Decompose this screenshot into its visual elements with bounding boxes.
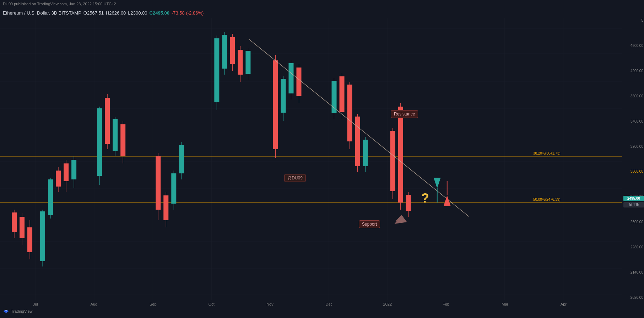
x-axis: Jul Aug Sep Oct Nov Dec 2022 Feb Mar Apr — [0, 300, 622, 318]
svg-rect-41 — [71, 160, 76, 179]
svg-rect-57 — [179, 145, 184, 173]
svg-rect-59 — [214, 38, 219, 102]
svg-rect-85 — [363, 140, 368, 166]
svg-rect-63 — [230, 37, 235, 64]
change-label: -73.58 (-2.86%) — [172, 10, 204, 16]
x-label-mar: Mar — [502, 302, 508, 306]
y-label: 3400.00 — [623, 119, 643, 123]
svg-text:?: ? — [421, 191, 429, 205]
x-label-jul: Jul — [33, 302, 38, 306]
svg-rect-87 — [390, 131, 395, 191]
svg-rect-91 — [406, 195, 411, 211]
time-badge: 1d 11h — [623, 202, 644, 207]
resistance-annotation: Resistance — [391, 110, 418, 118]
svg-rect-55 — [171, 173, 176, 204]
y-label: 4200.00 — [623, 69, 643, 73]
y-label: 2280.00 — [623, 245, 643, 249]
publisher-info: DU09 published on TradingView.com, Jan 2… — [3, 2, 116, 6]
author-annotation: @DU09 — [284, 174, 306, 182]
x-label-sep: Sep — [150, 302, 157, 306]
svg-rect-53 — [163, 195, 168, 220]
support-annotation: Support — [359, 220, 380, 228]
svg-rect-47 — [113, 119, 118, 151]
svg-rect-33 — [40, 211, 45, 261]
low-label: L2300.00 — [128, 10, 147, 16]
tradingview-icon — [3, 308, 9, 314]
close-label: C2495.00 — [150, 10, 169, 16]
svg-rect-43 — [97, 108, 102, 176]
x-label-feb: Feb — [443, 302, 449, 306]
svg-text:38.20%(3041.73): 38.20%(3041.73) — [533, 151, 561, 155]
chart-header: DU09 published on TradingView.com, Jan 2… — [0, 0, 644, 8]
svg-rect-51 — [156, 156, 161, 210]
y-label: 3800.00 — [623, 94, 643, 98]
price-bar: Ethereum / U.S. Dollar, 3D BITSTAMP O256… — [0, 8, 644, 18]
svg-text:50.00%(2476.39): 50.00%(2476.39) — [533, 198, 561, 201]
high-label: H2626.00 — [106, 10, 126, 16]
main-chart: 38.20%(3041.73) 50.00%(2476.39) — [0, 18, 622, 300]
y-label: 2600.00 — [623, 220, 643, 224]
svg-rect-29 — [20, 217, 25, 238]
svg-rect-61 — [222, 35, 227, 69]
svg-rect-39 — [64, 163, 69, 181]
x-label-2022: 2022 — [383, 302, 392, 306]
y-label: 2020.00 — [623, 296, 643, 300]
chart-container: DU09 published on TradingView.com, Jan 2… — [0, 0, 644, 318]
y-label: 4600.00 — [623, 44, 643, 48]
svg-rect-0 — [0, 18, 622, 300]
tradingview-text: TradingView — [11, 309, 33, 313]
svg-rect-45 — [105, 98, 110, 144]
x-label-oct: Oct — [209, 302, 215, 306]
tradingview-logo: TradingView — [3, 308, 33, 314]
svg-rect-69 — [273, 60, 278, 149]
y-label: 3200.00 — [623, 145, 643, 149]
svg-rect-73 — [288, 63, 293, 93]
x-label-aug: Aug — [91, 302, 98, 306]
svg-rect-71 — [281, 79, 286, 113]
x-label-nov: Nov — [266, 302, 274, 306]
svg-rect-31 — [27, 227, 32, 252]
x-label-apr: Apr — [561, 302, 567, 306]
svg-rect-35 — [48, 179, 53, 215]
svg-rect-27 — [12, 212, 17, 232]
open-label: O2567.51 — [83, 10, 104, 16]
svg-rect-65 — [238, 50, 243, 75]
svg-rect-81 — [347, 85, 352, 141]
x-label-dec: Dec — [325, 302, 332, 306]
svg-rect-67 — [245, 51, 250, 74]
current-price-badge: 2495.00 — [623, 196, 644, 201]
svg-rect-49 — [120, 124, 125, 156]
y-axis: 5 4600.00 4200.00 3800.00 3400.00 3200.0… — [622, 18, 644, 300]
svg-rect-37 — [56, 171, 61, 187]
svg-rect-75 — [296, 68, 301, 96]
svg-rect-89 — [398, 107, 403, 203]
svg-rect-83 — [355, 117, 360, 166]
y-label: 3000.00 — [623, 169, 643, 173]
symbol-label: Ethereum / U.S. Dollar, 3D BITSTAMP — [3, 10, 81, 16]
y-label: 5 — [623, 18, 643, 22]
svg-rect-79 — [340, 76, 345, 112]
y-label: 2140.00 — [623, 270, 643, 274]
